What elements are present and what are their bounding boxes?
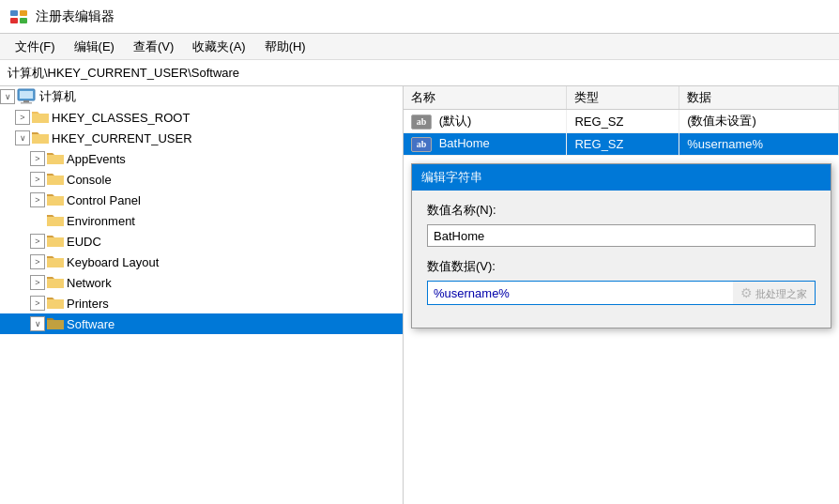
printers-label: Printers xyxy=(67,297,109,311)
svg-rect-5 xyxy=(20,91,33,99)
data-input[interactable] xyxy=(428,282,733,304)
expand-hkcu[interactable]: ∨ xyxy=(15,130,30,145)
table-row-selected[interactable]: ab BatHome REG_SZ %username% xyxy=(404,133,839,156)
row0-type: REG_SZ xyxy=(567,110,679,133)
tree-node-appevents[interactable]: > AppEvents xyxy=(0,148,403,169)
values-table: 名称 类型 数据 ab (默认) REG_SZ (数值未设置) ab xyxy=(404,86,839,156)
hkcu-label: HKEY_CURRENT_USER xyxy=(52,131,192,145)
computer-icon xyxy=(17,88,36,105)
address-path: 计算机\HKEY_CURRENT_USER\Software xyxy=(8,65,239,82)
main-area: ∨ 计算机 > xyxy=(0,86,839,504)
folder-icon-eudc xyxy=(47,234,64,249)
controlpanel-label: Control Panel xyxy=(67,193,141,207)
folder-icon-hkcr xyxy=(32,110,49,125)
expand-keyboardlayout[interactable]: > xyxy=(30,254,45,269)
folder-icon-software xyxy=(47,316,64,331)
dialog-body: 数值名称(N): 数值数据(V): ⚙ 批处理之家 xyxy=(412,191,831,328)
eudc-label: EUDC xyxy=(67,235,101,249)
svg-rect-0 xyxy=(10,10,18,16)
tree-node-software[interactable]: ∨ Software xyxy=(0,313,403,334)
col-type: 类型 xyxy=(567,86,679,110)
menu-help[interactable]: 帮助(H) xyxy=(257,37,313,57)
name-label: 数值名称(N): xyxy=(427,202,816,219)
menu-edit[interactable]: 编辑(E) xyxy=(67,37,122,57)
hkcr-label: HKEY_CLASSES_ROOT xyxy=(52,111,190,125)
environment-label: Environment xyxy=(67,214,135,228)
expand-software[interactable]: ∨ xyxy=(30,316,45,331)
svg-rect-2 xyxy=(10,18,18,23)
table-header-row: 名称 类型 数据 xyxy=(404,86,839,110)
watermark: ⚙ 批处理之家 xyxy=(733,285,815,301)
tree-node-keyboardlayout[interactable]: > Keyboard Layout xyxy=(0,252,403,272)
ab-icon-default: ab xyxy=(411,115,432,130)
app-title: 注册表编辑器 xyxy=(36,8,114,25)
table-row[interactable]: ab (默认) REG_SZ (数值未设置) xyxy=(404,110,839,133)
data-label: 数值数据(V): xyxy=(427,258,816,275)
folder-icon-network xyxy=(47,275,64,290)
folder-icon-console xyxy=(47,172,64,187)
data-section: 数值数据(V): ⚙ 批处理之家 xyxy=(427,258,816,305)
name-input[interactable] xyxy=(427,224,816,247)
keyboardlayout-label: Keyboard Layout xyxy=(67,255,159,269)
expand-console[interactable]: > xyxy=(30,172,45,187)
right-panel: 名称 类型 数据 ab (默认) REG_SZ (数值未设置) ab xyxy=(404,86,839,504)
ab-icon-bathome: ab xyxy=(411,137,432,152)
dialog-title-text: 编辑字符串 xyxy=(421,169,482,186)
computer-label: 计算机 xyxy=(39,88,76,105)
tree-node-network[interactable]: > Network xyxy=(0,272,403,293)
tree-node-hkcu[interactable]: ∨ HKEY_CURRENT_USER xyxy=(0,128,403,148)
tree-node-eudc[interactable]: > EUDC xyxy=(0,231,403,252)
expand-network[interactable]: > xyxy=(30,275,45,290)
menu-view[interactable]: 查看(V) xyxy=(126,37,181,57)
folder-icon-keyboardlayout xyxy=(47,254,64,269)
app-icon xyxy=(9,8,28,26)
col-name: 名称 xyxy=(404,86,567,110)
edit-dialog: 编辑字符串 数值名称(N): 数值数据(V): ⚙ 批处理之家 xyxy=(411,163,831,328)
title-bar: 注册表编辑器 xyxy=(0,0,839,34)
value-input-row: ⚙ 批处理之家 xyxy=(427,281,816,305)
tree-node-hkcr[interactable]: > HKEY_CLASSES_ROOT xyxy=(0,107,403,128)
tree-node-console[interactable]: > Console xyxy=(0,169,403,190)
console-label: Console xyxy=(67,173,112,187)
dialog-title-bar: 编辑字符串 xyxy=(412,164,831,191)
tree-scroll[interactable]: ∨ 计算机 > xyxy=(0,86,403,504)
expand-printers[interactable]: > xyxy=(30,296,45,311)
row1-name: ab BatHome xyxy=(404,133,567,156)
folder-icon-controlpanel xyxy=(47,192,64,207)
appevents-label: AppEvents xyxy=(67,152,126,166)
expand-appevents[interactable]: > xyxy=(30,151,45,166)
svg-rect-7 xyxy=(21,102,32,104)
svg-rect-3 xyxy=(20,18,27,23)
name-section: 数值名称(N): xyxy=(427,202,816,247)
expand-eudc[interactable]: > xyxy=(30,234,45,249)
network-label: Network xyxy=(67,276,112,290)
row0-name: ab (默认) xyxy=(404,110,567,133)
folder-icon-printers xyxy=(47,296,64,311)
tree-node-printers[interactable]: > Printers xyxy=(0,293,403,313)
folder-icon-appevents xyxy=(47,151,64,166)
expand-controlpanel[interactable]: > xyxy=(30,192,45,207)
folder-icon-environment xyxy=(47,213,64,228)
menu-bar: 文件(F) 编辑(E) 查看(V) 收藏夹(A) 帮助(H) xyxy=(0,34,839,60)
row1-data: %username% xyxy=(679,133,839,156)
expand-computer[interactable]: ∨ xyxy=(0,89,15,104)
tree-panel: ∨ 计算机 > xyxy=(0,86,404,504)
tree-node-controlpanel[interactable]: > Control Panel xyxy=(0,190,403,210)
menu-favorites[interactable]: 收藏夹(A) xyxy=(185,37,252,57)
folder-icon-hkcu xyxy=(32,130,49,145)
menu-file[interactable]: 文件(F) xyxy=(8,37,63,57)
row1-type: REG_SZ xyxy=(567,133,679,156)
expand-hkcr[interactable]: > xyxy=(15,110,30,125)
svg-rect-1 xyxy=(20,10,27,16)
address-bar: 计算机\HKEY_CURRENT_USER\Software xyxy=(0,60,839,86)
software-label: Software xyxy=(67,317,114,331)
tree-node-environment[interactable]: Environment xyxy=(0,210,403,231)
tree-node-computer[interactable]: ∨ 计算机 xyxy=(0,86,403,107)
col-data: 数据 xyxy=(679,86,839,110)
row0-data: (数值未设置) xyxy=(679,110,839,133)
svg-rect-6 xyxy=(23,100,29,102)
